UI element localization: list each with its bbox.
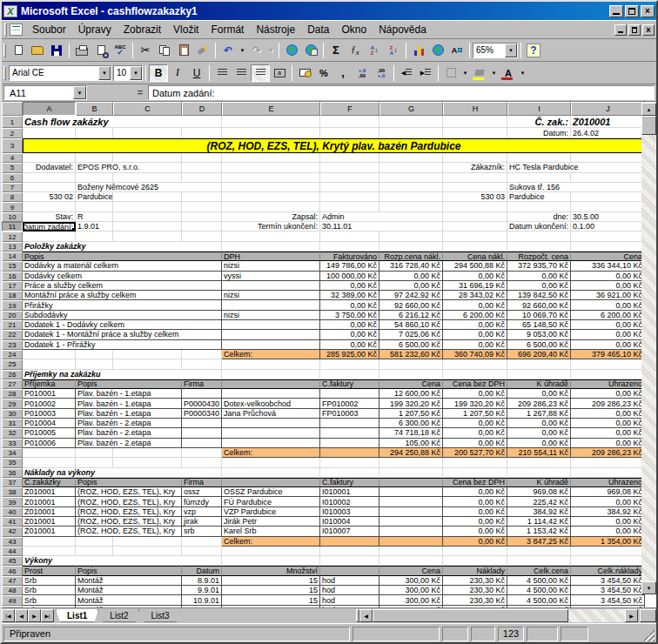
first-sheet-button[interactable]: |◀ — [2, 609, 15, 622]
cell-A45[interactable]: Výkony — [23, 556, 222, 566]
row-header-34[interactable]: 34 — [2, 448, 23, 458]
cell-H35[interactable] — [443, 458, 507, 467]
cell-H8[interactable]: 530 03 — [443, 192, 507, 202]
cell-B43[interactable] — [76, 537, 113, 547]
cell-A49[interactable]: Srb — [23, 595, 76, 605]
cell-E35[interactable] — [222, 458, 320, 467]
cell-E30[interactable]: Jana Průchová — [222, 409, 320, 419]
cell-G47[interactable]: 300,00 Kč — [379, 576, 443, 586]
cell-F42[interactable]: I010007 — [320, 527, 379, 536]
cell-H28[interactable]: 0,00 Kč — [443, 389, 507, 399]
cell-B8[interactable]: Pardubice — [76, 192, 113, 202]
align-left-button[interactable] — [212, 64, 232, 82]
cell-G36[interactable] — [379, 468, 443, 478]
cell-G8[interactable] — [379, 192, 443, 202]
column-header-F[interactable]: F — [320, 102, 379, 116]
cell-E39[interactable]: FÚ Pardubice — [222, 497, 320, 506]
cell-A13[interactable]: Položky zakázky — [23, 242, 222, 252]
row-header-18[interactable]: 18 — [2, 291, 23, 300]
cell-F49[interactable]: hod — [320, 595, 379, 605]
cell-G38[interactable] — [379, 487, 443, 497]
cell-I25[interactable] — [507, 359, 571, 369]
cell-J40[interactable]: 384,92 Kč — [571, 507, 645, 517]
cell-A7[interactable] — [23, 183, 76, 192]
cell-B30[interactable]: Plav. bazén - 1.etapa — [76, 409, 182, 419]
cell-F31[interactable] — [320, 419, 379, 428]
cell-E47[interactable]: 15 — [222, 576, 320, 586]
vertical-scrollbar[interactable]: ▲ ▼ — [641, 103, 656, 594]
redo-dropdown[interactable]: ▼ — [266, 42, 276, 59]
cell-C25[interactable] — [113, 359, 182, 369]
cell-H18[interactable]: 28 343,02 Kč — [443, 291, 507, 300]
cell-J11[interactable]: 0.1.00 — [571, 222, 645, 231]
cell-F44[interactable] — [320, 547, 379, 556]
cell-B27[interactable]: Popis — [76, 379, 182, 389]
cell-A22[interactable]: Dodatek 1 - Montážní práce a služby celk… — [23, 330, 222, 339]
cell-F9[interactable] — [320, 202, 379, 211]
cell-A39[interactable]: Z010001 — [23, 497, 76, 506]
cell-D46[interactable]: Datum — [182, 566, 222, 575]
cell-A42[interactable]: Z010001 — [23, 527, 76, 536]
cell-G35[interactable] — [379, 458, 443, 467]
cell-B4[interactable] — [76, 153, 113, 163]
cell-G46[interactable]: Cena — [379, 566, 443, 575]
row-header-2[interactable]: 2 — [2, 128, 23, 138]
cell-F18[interactable]: 32 389,00 Kč — [320, 291, 379, 300]
cell-F7[interactable] — [320, 183, 379, 192]
cell-G44[interactable] — [379, 547, 443, 556]
cell-G15[interactable]: 316 728,40 Kč — [379, 261, 443, 271]
cell-H7[interactable] — [443, 183, 507, 192]
cell-I45[interactable] — [507, 556, 571, 566]
cell-B38[interactable]: (ROZ, HOD, EZS, TEL), Kry — [76, 487, 182, 497]
cell-I11[interactable]: Datum ukončení: — [507, 222, 571, 231]
column-header-E[interactable]: E — [222, 102, 320, 116]
cell-H1[interactable] — [443, 116, 507, 128]
cell-B40[interactable]: (ROZ, HOD, EZS, TEL), Kry — [76, 507, 182, 517]
paste-function-button[interactable]: ƒx — [346, 42, 365, 59]
cell-C34[interactable] — [113, 448, 182, 458]
cell-I26[interactable] — [507, 370, 571, 379]
cell-G37[interactable] — [379, 478, 443, 487]
cell-I9[interactable] — [507, 202, 571, 211]
cell-E42[interactable]: Karel Srb — [222, 527, 320, 536]
cell-H4[interactable] — [443, 153, 507, 163]
cell-F10[interactable]: Admin — [320, 212, 443, 222]
cell-F39[interactable]: I010002 — [320, 497, 379, 506]
cell-F13[interactable] — [320, 242, 379, 252]
cell-G30[interactable]: 1 207,50 Kč — [379, 409, 443, 419]
cell-G27[interactable]: Cena — [379, 379, 443, 389]
cell-F14[interactable]: Fakturováno — [320, 252, 379, 261]
cell-I50[interactable]: 4 500,00 Kč — [507, 606, 571, 607]
cut-button[interactable]: ✂ — [136, 42, 155, 59]
cell-I48[interactable]: 4 500,00 Kč — [507, 586, 571, 595]
cell-I27[interactable]: K úhradě — [507, 379, 571, 389]
cell-A43[interactable] — [23, 537, 76, 547]
cell-H47[interactable]: 230,30 Kč — [443, 576, 507, 586]
row-header-22[interactable]: 22 — [2, 330, 23, 339]
cell-A14[interactable]: Popis — [23, 252, 222, 261]
cell-A20[interactable]: Subdodávky — [23, 311, 222, 320]
cell-A29[interactable]: P010002 — [23, 399, 76, 408]
row-header-14[interactable]: 14 — [2, 252, 23, 261]
menu-format[interactable]: Formát — [205, 22, 250, 37]
cell-C2[interactable] — [113, 128, 182, 138]
menu-zobrazit[interactable]: Zobrazit — [118, 22, 167, 37]
cell-J17[interactable]: 0,00 Kč — [571, 281, 645, 291]
cell-H49[interactable]: 230,30 Kč — [443, 595, 507, 605]
row-header-38[interactable]: 38 — [2, 487, 23, 497]
cell-J15[interactable]: 336 344,10 Kč — [571, 261, 645, 271]
fill-color-button[interactable] — [470, 64, 489, 82]
doc-close-button[interactable]: × — [642, 24, 655, 36]
cell-A4[interactable] — [23, 153, 76, 163]
cell-J9[interactable] — [571, 202, 645, 211]
align-center-button[interactable] — [232, 64, 251, 82]
cell-A37[interactable]: Č.zakázky — [23, 478, 76, 487]
cell-I15[interactable]: 372 935,70 Kč — [507, 261, 571, 271]
cell-I6[interactable] — [507, 173, 571, 183]
cell-H34[interactable]: 200 527,70 Kč — [443, 448, 507, 458]
row-header-3[interactable]: 3 — [2, 138, 23, 153]
cell-I13[interactable] — [507, 242, 571, 252]
cell-G12[interactable] — [379, 231, 443, 241]
cell-A38[interactable]: Z010001 — [23, 487, 76, 497]
cell-F34[interactable] — [320, 448, 379, 458]
